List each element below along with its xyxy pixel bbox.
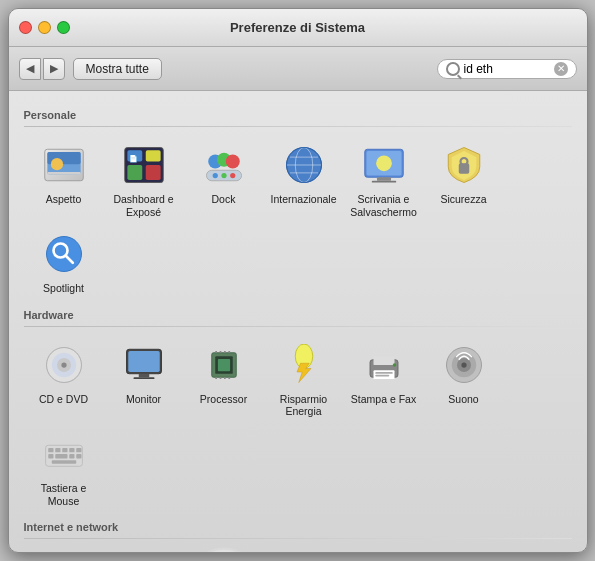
search-icon [446,62,460,76]
pref-item-mac[interactable]: .Mac .Mac [24,547,104,552]
pref-item-network[interactable]: Network [184,547,264,552]
svg-rect-27 [377,177,391,181]
spotlight-label: Spotlight [43,282,84,295]
pref-item-suono[interactable]: Suono [424,335,504,424]
svg-rect-70 [76,448,81,452]
internazionale-icon [280,141,328,189]
show-all-button[interactable]: Mostra tutte [73,58,162,80]
aspetto-label: Aspetto [46,193,82,206]
svg-rect-40 [128,351,160,372]
system-preferences-window: Preferenze di Sistema ◀ ▶ Mostra tutte ✕… [8,8,588,553]
stampa-icon [360,341,408,389]
pref-item-quicktime[interactable]: QuickTime [264,547,344,552]
tastiera-icon [40,430,88,478]
svg-point-37 [61,362,66,367]
svg-rect-69 [69,448,74,452]
scrivania-label: Scrivania e Salvaschermo [348,193,420,218]
pref-item-condivisione[interactable]: Condivisione [104,547,184,552]
back-button[interactable]: ◀ [19,58,41,80]
svg-rect-9 [145,165,160,180]
personale-grid: Aspetto 📄 Dashboard e Exposé [24,135,572,301]
pref-item-risparmio[interactable]: Risparmio Energia [264,335,344,424]
pref-item-dock[interactable]: Dock [184,135,264,224]
pref-item-stampa[interactable]: Stampa e Fax [344,335,424,424]
section-label-personale: Personale [24,109,572,121]
pref-item-spotlight[interactable]: Spotlight [24,224,104,301]
hardware-grid: CD e DVD Monitor [24,335,572,513]
pref-item-internazionale[interactable]: Internazionale [264,135,344,224]
dock-icon [200,141,248,189]
section-divider-hardware [24,326,572,327]
pref-item-scrivania[interactable]: Scrivania e Salvaschermo [344,135,424,224]
pref-item-monitor[interactable]: Monitor [104,335,184,424]
cddvd-icon [40,341,88,389]
svg-point-60 [392,363,396,367]
svg-rect-45 [217,359,229,371]
scrivania-icon [360,141,408,189]
svg-point-16 [221,173,226,178]
section-divider-personale [24,126,572,127]
internet-grid: .Mac .Mac Condivisione [24,547,572,552]
processor-label: Processor [200,393,247,406]
stampa-label: Stampa e Fax [351,393,416,406]
dock-label: Dock [212,193,236,206]
suono-icon [440,341,488,389]
window-title: Preferenze di Sistema [230,20,365,35]
svg-rect-41 [138,374,149,378]
processor-icon [200,341,248,389]
svg-rect-75 [51,460,76,464]
search-clear-button[interactable]: ✕ [554,62,568,76]
section-label-hardware: Hardware [24,309,572,321]
close-button[interactable] [19,21,32,34]
section-divider-internet [24,538,572,539]
internazionale-label: Internazionale [271,193,337,206]
svg-point-3 [50,158,62,170]
svg-point-26 [376,155,392,171]
svg-text:📄: 📄 [129,154,138,163]
sicurezza-icon [440,141,488,189]
pref-item-sicurezza[interactable]: Sicurezza [424,135,504,224]
svg-point-15 [212,173,217,178]
risparmio-icon [280,341,328,389]
maximize-button[interactable] [57,21,70,34]
monitor-label: Monitor [126,393,161,406]
svg-point-14 [225,155,239,169]
forward-button[interactable]: ▶ [43,58,65,80]
dashboard-label: Dashboard e Exposé [108,193,180,218]
search-input[interactable] [464,62,550,76]
dashboard-icon: 📄 [120,141,168,189]
cddvd-label: CD e DVD [39,393,88,406]
svg-rect-73 [69,454,74,458]
svg-rect-7 [145,150,160,161]
suono-label: Suono [448,393,478,406]
svg-rect-42 [133,377,154,379]
tastiera-label: Tastiera e Mouse [28,482,100,507]
svg-rect-68 [62,448,67,452]
svg-rect-58 [375,372,393,374]
svg-point-17 [230,173,235,178]
titlebar: Preferenze di Sistema [9,9,587,47]
pref-item-aspetto[interactable]: Aspetto [24,135,104,224]
svg-rect-74 [76,454,81,458]
svg-rect-59 [375,374,389,376]
svg-point-64 [461,362,466,367]
svg-point-31 [46,237,81,272]
pref-item-cddvd[interactable]: CD e DVD [24,335,104,424]
section-label-internet: Internet e network [24,521,572,533]
spotlight-icon [40,230,88,278]
pref-item-processor[interactable]: Processor [184,335,264,424]
search-box: ✕ [437,59,577,79]
sicurezza-label: Sicurezza [440,193,486,206]
svg-rect-8 [127,165,142,180]
pref-item-tastiera[interactable]: Tastiera e Mouse [24,424,104,513]
svg-rect-28 [371,181,396,183]
aspetto-icon [40,141,88,189]
monitor-icon [120,341,168,389]
svg-rect-71 [48,454,53,458]
nav-buttons: ◀ ▶ [19,58,65,80]
traffic-lights [19,21,70,34]
pref-item-dashboard[interactable]: 📄 Dashboard e Exposé [104,135,184,224]
svg-rect-66 [48,448,53,452]
minimize-button[interactable] [38,21,51,34]
risparmio-label: Risparmio Energia [268,393,340,418]
